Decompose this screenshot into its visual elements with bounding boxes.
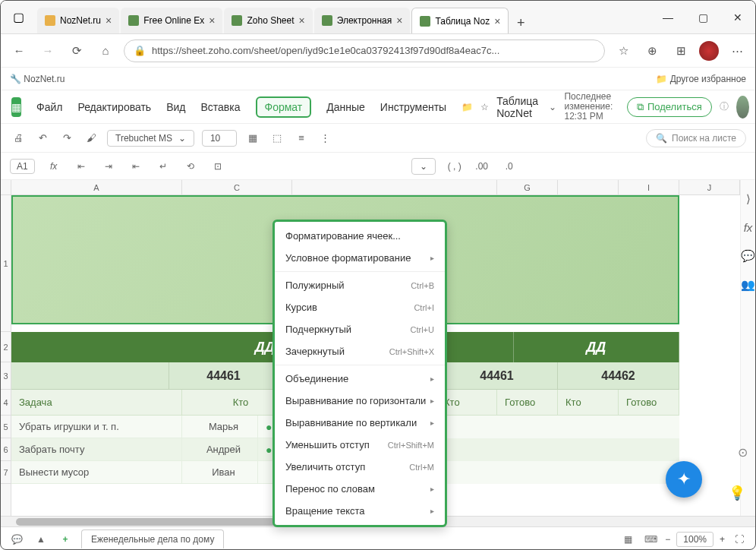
- menu-item[interactable]: Выравнивание по вертикали▸: [275, 412, 445, 434]
- undo-icon[interactable]: ↶: [34, 130, 51, 147]
- menu-item[interactable]: ПолужирныйCtrl+B: [275, 274, 445, 296]
- zoom-out-button[interactable]: −: [665, 534, 670, 545]
- print-icon[interactable]: 🖨: [10, 130, 27, 147]
- align-left-icon[interactable]: ⇤: [73, 158, 90, 175]
- minimize-button[interactable]: —: [650, 1, 685, 33]
- new-tab-button[interactable]: +: [510, 12, 531, 33]
- menu-item[interactable]: Условное форматирование▸: [275, 247, 445, 269]
- close-icon[interactable]: ×: [299, 14, 305, 27]
- menu-format[interactable]: Формат: [256, 96, 312, 118]
- browser-tab-active[interactable]: Таблица Noz×: [411, 8, 509, 33]
- menu-tools[interactable]: Инструменты: [380, 101, 446, 113]
- add-sheet-plus[interactable]: +: [57, 531, 74, 548]
- close-icon[interactable]: ×: [396, 14, 402, 27]
- app-logo[interactable]: ▦: [11, 97, 21, 117]
- dec-inc-icon[interactable]: .00: [474, 158, 490, 175]
- profile-avatar[interactable]: [699, 41, 719, 61]
- close-icon[interactable]: ×: [494, 15, 500, 27]
- menu-file[interactable]: Файл: [36, 101, 62, 113]
- menu-data[interactable]: Данные: [326, 101, 365, 113]
- parens-icon[interactable]: ( , ): [446, 158, 463, 175]
- bookmark-item[interactable]: 🔧 NozNet.ru: [10, 74, 65, 84]
- grid-icon[interactable]: ▦: [619, 531, 636, 548]
- share-button[interactable]: ⧉Поделиться: [627, 97, 712, 117]
- wrap-icon[interactable]: ↵: [155, 158, 172, 175]
- search-icon: 🔍: [656, 133, 667, 144]
- cell-reference[interactable]: A1: [10, 159, 35, 174]
- tabs-menu-icon[interactable]: ▢: [5, 5, 31, 30]
- row-headers[interactable]: 1 2 3 4 5 6 7: [1, 180, 11, 516]
- indent-dec-icon[interactable]: ⇥: [100, 158, 117, 175]
- fx-icon[interactable]: fx: [744, 221, 753, 234]
- menu-item[interactable]: Увеличить отступCtrl+M: [275, 456, 445, 478]
- close-button[interactable]: ✕: [720, 1, 755, 33]
- star-icon[interactable]: ☆: [480, 102, 489, 112]
- doc-name[interactable]: Таблица NozNet: [496, 95, 541, 119]
- zoom-in-button[interactable]: +: [720, 534, 725, 545]
- record-icon[interactable]: ⊙: [738, 445, 748, 460]
- user-avatar[interactable]: [736, 96, 749, 119]
- people-icon[interactable]: 👥: [741, 278, 755, 292]
- zoom-value[interactable]: 100%: [676, 532, 713, 547]
- favorite-button[interactable]: ☆: [613, 40, 634, 62]
- keyboard-icon[interactable]: ⌨: [642, 531, 659, 548]
- menu-item[interactable]: Объединение▸: [275, 368, 445, 390]
- menu-item[interactable]: ПодчеркнутыйCtrl+U: [275, 318, 445, 340]
- browser-tab[interactable]: Zoho Sheet×: [224, 8, 312, 33]
- comment-icon[interactable]: 💬: [741, 249, 755, 263]
- menu-insert[interactable]: Вставка: [200, 101, 240, 113]
- expand-icon[interactable]: ⟩: [746, 192, 751, 206]
- menu-view[interactable]: Вид: [166, 101, 185, 113]
- fx-icon[interactable]: fx: [46, 158, 62, 175]
- home-button[interactable]: ⌂: [95, 40, 116, 62]
- sheet-tab[interactable]: Еженедельные дела по дому: [81, 529, 224, 548]
- folder-icon: 📁: [656, 74, 667, 84]
- font-select[interactable]: Trebuchet MS⌄: [107, 130, 194, 147]
- rotate-icon[interactable]: ⟲: [182, 158, 199, 175]
- format-icon[interactable]: ⊡: [209, 158, 226, 175]
- menu-button[interactable]: ⋯: [726, 40, 748, 62]
- numfmt-select[interactable]: ⌄: [411, 158, 436, 175]
- favicon-icon: [232, 15, 242, 26]
- browser-tab[interactable]: NozNet.ru×: [37, 8, 119, 33]
- column-headers[interactable]: A C G I J: [11, 180, 740, 195]
- search-input[interactable]: 🔍Поиск на листе: [646, 129, 746, 147]
- indent-inc-icon[interactable]: ⇤: [128, 158, 144, 175]
- menu-item[interactable]: Форматирование ячеек...: [275, 225, 445, 247]
- other-favorites[interactable]: 📁 Другое избранное: [656, 74, 746, 84]
- close-icon[interactable]: ×: [106, 14, 112, 27]
- maximize-button[interactable]: ▢: [685, 1, 720, 33]
- fullscreen-icon[interactable]: ⛶: [731, 531, 748, 548]
- browser-tab[interactable]: Free Online Ex×: [121, 8, 222, 33]
- reload-button[interactable]: ⟳: [66, 40, 87, 62]
- dec-dec-icon[interactable]: .0: [501, 158, 518, 175]
- menu-item[interactable]: ЗачеркнутыйCtrl+Shift+X: [275, 340, 445, 362]
- menu-item[interactable]: Перенос по словам▸: [275, 478, 445, 500]
- merge-icon[interactable]: ⬚: [269, 130, 285, 147]
- menu-item[interactable]: Вращение текста▸: [275, 500, 445, 522]
- redo-icon[interactable]: ↷: [58, 130, 75, 147]
- collections-button[interactable]: ⊕: [641, 40, 663, 62]
- info-icon[interactable]: ⓘ: [720, 100, 729, 113]
- help-fab[interactable]: ✦: [666, 461, 702, 498]
- menu-item[interactable]: Выравнивание по горизонтали▸: [275, 390, 445, 412]
- idea-icon[interactable]: 💡: [726, 482, 748, 504]
- border-icon[interactable]: ▦: [244, 130, 261, 147]
- add-sheet-button[interactable]: ▲: [33, 531, 49, 548]
- menu-item[interactable]: Уменьшить отступCtrl+Shift+M: [275, 434, 445, 456]
- format-dropdown: Форматирование ячеек...Условное форматир…: [272, 220, 447, 527]
- align-icon[interactable]: ≡: [293, 130, 310, 147]
- url-input[interactable]: 🔒https://sheet.zoho.com/sheet/open/iyd9c…: [124, 40, 605, 62]
- menu-edit[interactable]: Редактировать: [77, 101, 151, 113]
- paint-icon[interactable]: 🖌: [83, 130, 99, 147]
- fontsize-select[interactable]: 10: [202, 130, 237, 147]
- back-button[interactable]: ←: [8, 40, 30, 62]
- more-icon[interactable]: ⋮: [317, 130, 334, 147]
- browser-tab[interactable]: Электронная×: [314, 8, 411, 33]
- close-icon[interactable]: ×: [209, 14, 215, 27]
- extensions-button[interactable]: ⊞: [670, 40, 691, 62]
- chevron-down-icon[interactable]: ⌄: [549, 102, 556, 112]
- forward-button[interactable]: →: [37, 40, 58, 62]
- chat-icon[interactable]: 💬: [8, 531, 25, 548]
- menu-item[interactable]: КурсивCtrl+I: [275, 296, 445, 318]
